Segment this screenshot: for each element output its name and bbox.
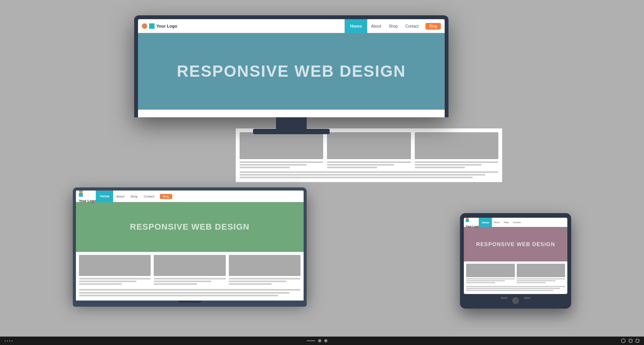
laptop-nav-links: Home About Shop Contact Blog bbox=[96, 191, 172, 202]
taskbar-dot-1 bbox=[5, 340, 6, 342]
laptop-logo-square bbox=[79, 193, 83, 197]
monitor-content-stub bbox=[138, 110, 445, 117]
desk-card1-img bbox=[240, 132, 323, 159]
tablet-card-1 bbox=[466, 264, 515, 284]
monitor: Your Logo Home About Shop Contact Blog R… bbox=[134, 15, 449, 134]
laptop-nav-about[interactable]: About bbox=[113, 195, 127, 198]
laptop-card-1-line1 bbox=[79, 278, 151, 279]
laptop-nav: Your Logo Home About Shop Contact Blog bbox=[76, 191, 304, 202]
laptop-hero: RESPONSIVE WEB DESIGN bbox=[76, 202, 304, 252]
monitor-nav: Your Logo Home About Shop Contact Blog bbox=[138, 19, 445, 33]
tablet-card-1-l3 bbox=[466, 282, 495, 283]
monitor-screen: Your Logo Home About Shop Contact Blog R… bbox=[138, 19, 445, 117]
tablet-nav-shop[interactable]: Shop bbox=[502, 221, 511, 223]
tablet-logo-square bbox=[466, 219, 469, 222]
desk-card1-l1 bbox=[240, 161, 323, 163]
laptop-content bbox=[76, 252, 304, 301]
tablet-nav: Your Logo Home About Shop Contact bbox=[464, 218, 567, 227]
taskbar-dot-2 bbox=[7, 340, 8, 342]
tablet-screen: Your Logo Home About Shop Contact RESPON… bbox=[464, 218, 567, 294]
tablet-nav-contact[interactable]: Contact bbox=[511, 221, 523, 223]
desk-card1-l2 bbox=[240, 164, 307, 166]
tablet-nav-links: Home About Shop Contact bbox=[479, 218, 522, 227]
monitor-nav-contact[interactable]: Contact bbox=[402, 24, 422, 28]
monitor-nav-about[interactable]: About bbox=[367, 24, 385, 28]
laptop-card-1-line2 bbox=[79, 281, 136, 282]
taskbar-icon-2 bbox=[629, 339, 632, 343]
laptop-screen: Your Logo Home About Shop Contact Blog R… bbox=[76, 191, 304, 301]
tablet-hero-text: RESPONSIVE WEB DESIGN bbox=[476, 241, 555, 248]
desk-card1-l3 bbox=[240, 167, 290, 168]
monitor-frame: Your Logo Home About Shop Contact Blog R… bbox=[134, 15, 449, 117]
monitor-logo-area: Your Logo bbox=[142, 23, 345, 29]
laptop-card-3-image bbox=[229, 255, 301, 276]
laptop-card-2 bbox=[154, 255, 225, 286]
laptop-full-line1 bbox=[79, 289, 301, 291]
tablet-home-btn[interactable] bbox=[512, 297, 519, 304]
tablet-card-1-l2 bbox=[466, 280, 505, 281]
desk-card2-l2 bbox=[327, 164, 394, 166]
tablet-content bbox=[464, 261, 567, 294]
laptop-card-3-line3 bbox=[229, 283, 272, 285]
laptop-full-line3 bbox=[79, 295, 278, 296]
tablet-card-2-l1 bbox=[517, 278, 565, 279]
laptop-card-2-image bbox=[154, 255, 225, 276]
tablet-card-1-l1 bbox=[466, 278, 515, 279]
monitor-logo-text: Your Logo bbox=[156, 24, 177, 28]
tablet: Your Logo Home About Shop Contact RESPON… bbox=[460, 213, 571, 309]
tablet-card-2-img bbox=[517, 264, 565, 277]
laptop-card-2-line2 bbox=[154, 281, 211, 282]
tablet-nav-about[interactable]: About bbox=[492, 221, 502, 223]
tablet-logo-area: Your Logo bbox=[466, 218, 479, 229]
tablet-menu-btn[interactable] bbox=[524, 297, 531, 299]
laptop-nav-shop[interactable]: Shop bbox=[127, 195, 141, 198]
laptop-card-3-line2 bbox=[229, 281, 286, 282]
tablet-card-2-l3 bbox=[517, 282, 546, 283]
laptop-card-3-line1 bbox=[229, 278, 301, 279]
bottom-taskbar bbox=[0, 337, 644, 345]
monitor-nav-home[interactable]: Home bbox=[345, 19, 367, 33]
logo-square-icon bbox=[149, 23, 154, 29]
taskbar-center bbox=[307, 339, 327, 342]
laptop-card-2-line3 bbox=[154, 283, 197, 285]
monitor-hero: RESPONSIVE WEB DESIGN bbox=[138, 33, 445, 110]
tablet-card-1-img bbox=[466, 264, 515, 277]
laptop-frame: Your Logo Home About Shop Contact Blog R… bbox=[73, 187, 307, 301]
monitor-neck bbox=[276, 117, 307, 129]
monitor-nav-shop[interactable]: Shop bbox=[385, 24, 401, 28]
laptop-card-1-line3 bbox=[79, 283, 122, 285]
desk-line2 bbox=[240, 174, 485, 176]
laptop-nav-home[interactable]: Home bbox=[96, 191, 113, 202]
laptop-card-1-image bbox=[79, 255, 151, 276]
laptop-hero-text: RESPONSIVE WEB DESIGN bbox=[130, 222, 250, 232]
tablet-card-row bbox=[466, 264, 565, 284]
taskbar-dash bbox=[307, 340, 315, 341]
desk-card3-img bbox=[415, 132, 498, 159]
taskbar-icon-3 bbox=[636, 339, 639, 343]
tablet-full-line3 bbox=[466, 290, 553, 291]
monitor-base bbox=[253, 129, 330, 134]
desk-line1 bbox=[240, 171, 498, 173]
tablet-card-2 bbox=[517, 264, 565, 284]
monitor-nav-blog[interactable]: Blog bbox=[426, 23, 441, 30]
laptop-full-line2 bbox=[79, 292, 289, 294]
taskbar-dot-3 bbox=[9, 340, 10, 342]
tablet-nav-home[interactable]: Home bbox=[479, 218, 491, 227]
desk-card3-l1 bbox=[415, 161, 498, 163]
tablet-full-line1 bbox=[466, 286, 565, 287]
desk-card2-l3 bbox=[327, 167, 377, 168]
tablet-hero: RESPONSIVE WEB DESIGN bbox=[464, 227, 567, 261]
tablet-frame: Your Logo Home About Shop Contact RESPON… bbox=[460, 213, 571, 309]
tablet-back-btn[interactable] bbox=[501, 297, 508, 299]
desk-line3 bbox=[240, 177, 473, 178]
laptop: Your Logo Home About Shop Contact Blog R… bbox=[73, 187, 307, 307]
scene: Your Logo Home About Shop Contact Blog R… bbox=[73, 15, 571, 330]
taskbar-right bbox=[621, 338, 639, 343]
laptop-nav-blog[interactable]: Blog bbox=[160, 194, 172, 199]
laptop-logo-text: Your Logo bbox=[79, 199, 96, 203]
desk-card2-l1 bbox=[327, 161, 411, 163]
laptop-nav-contact[interactable]: Contact bbox=[141, 195, 158, 198]
taskbar-dot-4 bbox=[12, 340, 13, 342]
tablet-logo-text: Your Logo bbox=[466, 225, 479, 228]
desktop-content bbox=[236, 128, 502, 182]
